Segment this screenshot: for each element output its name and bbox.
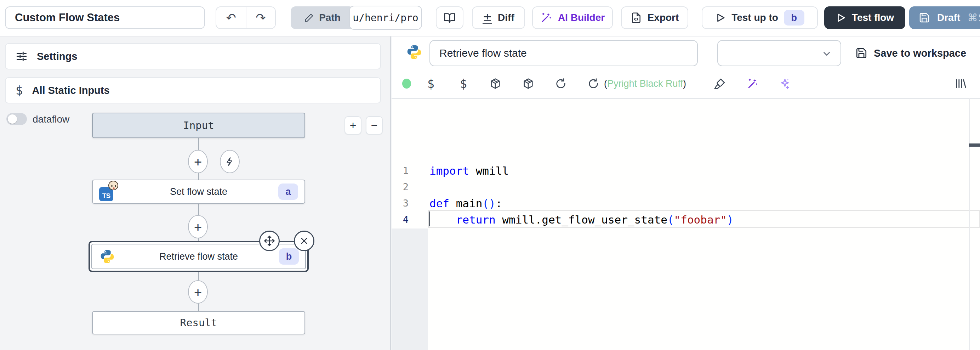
dataflow-toggle[interactable] — [6, 113, 27, 125]
flow-node-result[interactable]: Result — [92, 311, 305, 334]
line-content: return wmill.get_flow_user_state("foobar… — [409, 211, 733, 228]
plus-icon: + — [350, 119, 356, 132]
line-number: 1 — [391, 163, 409, 179]
floppy-icon-white — [919, 12, 930, 23]
save-to-workspace-label: Save to workspace — [874, 48, 966, 59]
input-node-label: Input — [183, 119, 214, 131]
step-badge-b: b — [279, 248, 299, 265]
export-button[interactable]: Export — [621, 6, 688, 29]
sliders-icon — [16, 50, 28, 62]
edit-path-button[interactable]: Path — [291, 6, 354, 29]
package-icon[interactable] — [522, 77, 535, 90]
all-static-inputs-card[interactable]: $ All Static Inputs — [5, 77, 381, 104]
magic-wand-icon — [540, 12, 552, 24]
book-icon — [444, 12, 456, 24]
line-content: def main(): — [409, 195, 502, 211]
code-line-1[interactable]: 1import wmill — [391, 163, 980, 179]
path-value[interactable]: u/henri/pro — [349, 6, 422, 30]
code-editor[interactable]: 1import wmill23def main():4 return wmill… — [391, 99, 980, 350]
undo-icon: ↶ — [226, 11, 236, 25]
ai-builder-button[interactable]: AI Builder — [532, 6, 613, 29]
undo-redo-group: ↶ ↷ — [216, 6, 276, 29]
trigger-button[interactable] — [220, 150, 240, 173]
close-icon — [299, 236, 309, 246]
package-icon[interactable] — [488, 77, 502, 90]
draft-shortcut: ⌘S — [967, 12, 980, 24]
dataflow-label: dataflow — [33, 114, 69, 125]
all-static-inputs-label: All Static Inputs — [32, 85, 110, 96]
workspace-script-select[interactable] — [717, 40, 841, 66]
line-number: 4 — [391, 211, 409, 228]
top-toolbar: Custom Flow States ↶ ↷ Path u/henri/pro … — [0, 0, 980, 37]
bun-typescript-icon: TS — [99, 182, 120, 201]
dollar-icon: $ — [16, 83, 23, 97]
ai-sparkles-icon[interactable] — [778, 77, 792, 90]
path-group: Path u/henri/pro — [291, 6, 354, 29]
library-bars-icon[interactable] — [954, 77, 967, 90]
bun-icon — [108, 181, 118, 190]
ai-builder-label: AI Builder — [558, 12, 605, 23]
python-icon — [406, 44, 422, 60]
insert-step-button[interactable]: + — [188, 280, 208, 304]
save-to-workspace-button[interactable]: Save to workspace — [855, 43, 966, 63]
step-name-input[interactable]: Retrieve flow state — [430, 40, 698, 66]
line-number: 3 — [391, 195, 409, 211]
plus-icon: + — [194, 220, 202, 234]
ai-wand-icon[interactable] — [746, 77, 759, 90]
flow-node-set-flow-state[interactable]: TS Set flow state a — [92, 180, 305, 204]
lightning-icon — [225, 156, 234, 167]
redo-button[interactable]: ↷ — [246, 7, 275, 28]
step-badge-b: b — [784, 10, 804, 26]
retrieve-flow-state-label: Retrieve flow state — [159, 251, 238, 262]
play-icon — [715, 13, 726, 23]
plus-icon: + — [194, 155, 202, 169]
export-label: Export — [648, 12, 679, 23]
test-flow-label: Test flow — [852, 12, 894, 23]
plus-minus-icon: ± — [482, 12, 492, 24]
draft-label: Draft — [937, 12, 960, 23]
graph-zoom-in-button[interactable]: + — [345, 116, 361, 134]
overview-ruler-cursor-mark — [969, 144, 980, 147]
docs-button[interactable] — [436, 6, 463, 29]
code-line-4[interactable]: 4 return wmill.get_flow_user_state("foob… — [391, 211, 980, 228]
reload-icon[interactable] — [587, 77, 600, 90]
path-label: Path — [319, 12, 340, 23]
settings-card[interactable]: Settings — [5, 43, 381, 69]
redo-icon: ↷ — [256, 11, 266, 25]
move-step-button[interactable] — [259, 231, 280, 251]
move-icon — [264, 235, 275, 246]
editor-scrollbar-track[interactable] — [969, 98, 970, 350]
line-content: import wmill — [409, 163, 509, 179]
diff-button[interactable]: ± Diff — [472, 6, 525, 29]
code-line-2[interactable]: 2 — [391, 179, 980, 195]
set-flow-state-label: Set flow state — [170, 186, 227, 197]
step-badge-a: a — [278, 184, 298, 200]
insert-step-button[interactable]: + — [188, 150, 208, 173]
linter-assistants-label: (Pyright Black Ruff) — [604, 78, 686, 89]
toggle-knob — [8, 114, 17, 124]
format-brush-icon[interactable] — [713, 77, 727, 90]
line-number: 2 — [391, 179, 409, 195]
step-editor-panel: Retrieve flow state Save to workspace $ … — [391, 37, 980, 350]
test-up-to-label: Test up to — [732, 12, 778, 23]
code-line-3[interactable]: 3def main(): — [391, 195, 980, 211]
gutter-background — [391, 229, 428, 350]
flow-name-input[interactable]: Custom Flow States — [5, 6, 205, 29]
undo-button[interactable]: ↶ — [216, 7, 246, 28]
plus-icon: + — [194, 285, 202, 299]
test-up-to-button[interactable]: Test up to b — [702, 6, 818, 29]
result-node-label: Result — [180, 317, 217, 329]
insert-step-button[interactable]: + — [188, 215, 208, 238]
draft-save-button[interactable]: Draft ⌘S — [909, 6, 980, 29]
pencil-icon — [304, 13, 314, 23]
delete-step-button[interactable] — [294, 231, 314, 251]
variables-button[interactable]: $ — [424, 77, 438, 90]
graph-zoom-out-button[interactable]: − — [366, 116, 383, 134]
flow-node-input[interactable]: Input — [92, 113, 305, 138]
step-name-value: Retrieve flow state — [439, 47, 527, 59]
reload-icon[interactable] — [554, 77, 568, 90]
chevron-down-icon — [821, 48, 832, 59]
resources-button[interactable]: $ — [457, 77, 470, 90]
export-file-icon — [630, 12, 642, 23]
test-flow-button[interactable]: Test flow — [824, 6, 905, 29]
